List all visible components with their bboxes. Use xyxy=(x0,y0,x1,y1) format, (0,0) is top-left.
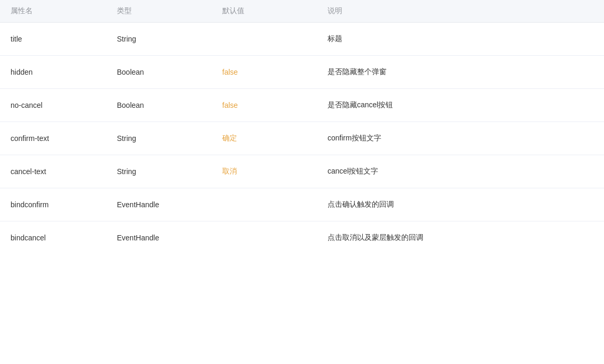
prop-name: title xyxy=(11,35,117,43)
prop-description: 标题 xyxy=(328,34,593,44)
table-row: bindconfirm EventHandle 点击确认触发的回调 xyxy=(0,188,604,221)
table-row: no-cancel Boolean false 是否隐藏cancel按钮 xyxy=(0,89,604,122)
header-type: 类型 xyxy=(117,6,222,16)
prop-description: confirm按钮文字 xyxy=(328,134,593,143)
prop-description: cancel按钮文字 xyxy=(328,167,593,176)
header-description: 说明 xyxy=(328,6,593,16)
prop-name: no-cancel xyxy=(11,101,117,109)
props-table: 属性名 类型 默认值 说明 title String 标题 hidden Boo… xyxy=(0,0,604,364)
prop-type: Boolean xyxy=(117,101,222,109)
prop-description: 是否隐藏cancel按钮 xyxy=(328,100,593,110)
prop-description: 点击确认触发的回调 xyxy=(328,200,593,209)
table-row: cancel-text String 取消 cancel按钮文字 xyxy=(0,155,604,188)
table-row: title String 标题 xyxy=(0,23,604,56)
prop-default: false xyxy=(222,101,328,109)
table-header: 属性名 类型 默认值 说明 xyxy=(0,0,604,23)
prop-name: confirm-text xyxy=(11,134,117,143)
prop-default: 取消 xyxy=(222,167,328,176)
prop-description: 点击取消以及蒙层触发的回调 xyxy=(328,233,593,242)
table-row: bindcancel EventHandle 点击取消以及蒙层触发的回调 xyxy=(0,221,604,254)
prop-name: hidden xyxy=(11,68,117,76)
prop-name: bindconfirm xyxy=(11,200,117,209)
prop-description: 是否隐藏整个弹窗 xyxy=(328,67,593,77)
header-default: 默认值 xyxy=(222,6,328,16)
prop-name: bindcancel xyxy=(11,234,117,242)
prop-type: EventHandle xyxy=(117,200,222,209)
prop-type: String xyxy=(117,35,222,43)
prop-type: String xyxy=(117,167,222,176)
header-prop-name: 属性名 xyxy=(11,6,117,16)
prop-type: EventHandle xyxy=(117,234,222,242)
prop-default: 确定 xyxy=(222,134,328,143)
prop-type: String xyxy=(117,134,222,143)
table-row: confirm-text String 确定 confirm按钮文字 xyxy=(0,122,604,155)
prop-type: Boolean xyxy=(117,68,222,76)
prop-name: cancel-text xyxy=(11,167,117,176)
prop-default: false xyxy=(222,68,328,76)
table-row: hidden Boolean false 是否隐藏整个弹窗 xyxy=(0,56,604,89)
